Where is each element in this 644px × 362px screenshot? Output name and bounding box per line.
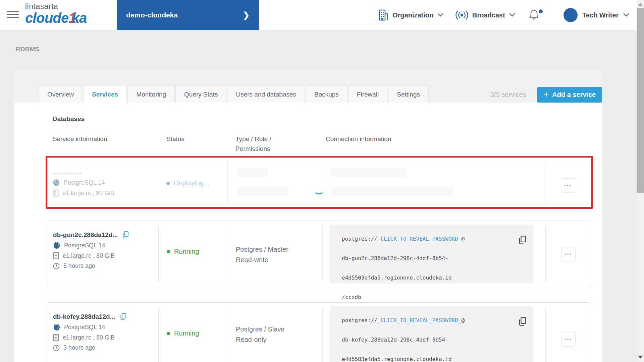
hamburger-menu-icon[interactable] xyxy=(7,11,19,19)
spec-label: e1.large.rc , 80 GiB xyxy=(62,190,114,197)
organization-label: Organization xyxy=(392,11,433,19)
broadcast-label: Broadcast xyxy=(472,11,505,19)
tab-monitoring[interactable]: Monitoring xyxy=(127,85,175,103)
row-actions-button[interactable]: ••• xyxy=(561,247,576,261)
chevron-right-icon: ❯ xyxy=(243,10,250,20)
server-spec-icon xyxy=(53,189,59,197)
service-info: db-kofey.288da12d... PostgreSQL 14 e1.l xyxy=(53,313,157,351)
connection-string: postgres://_CLICK_TO_REVEAL_PASSWORD_@ d… xyxy=(342,315,465,362)
tab-users-and-databases[interactable]: Users and databases xyxy=(227,85,305,103)
user-menu[interactable]: Tech Writer xyxy=(564,0,629,30)
project-name: demo-cloudeka xyxy=(126,11,178,19)
tab-query-stats[interactable]: Query Stats xyxy=(175,85,226,103)
tab-bar: Overview Services Monitoring Query Stats… xyxy=(39,85,429,104)
tab-firewall[interactable]: Firewall xyxy=(348,85,387,103)
skeleton-block xyxy=(331,187,453,196)
status-deploying: Deploying... xyxy=(166,179,209,187)
chevron-down-icon xyxy=(623,13,629,17)
organization-menu[interactable]: Organization xyxy=(378,0,443,30)
server-spec-icon xyxy=(53,252,59,259)
service-info: ---.---.---.--- PostgreSQL 14 e1.large.r… xyxy=(53,170,157,197)
status-running: Running xyxy=(167,329,199,337)
top-header: lintasarta cloude1ka demo-cloudeka ❯ Org… xyxy=(0,0,637,31)
project-selector[interactable]: demo-cloudeka ❯ xyxy=(117,0,259,30)
plus-icon: + xyxy=(544,89,549,100)
engine-label: PostgreSQL 14 xyxy=(64,242,105,249)
status-dot xyxy=(166,182,170,185)
column-header-service: Service information xyxy=(53,134,107,144)
user-name: Tech Writer xyxy=(582,11,619,19)
bell-icon xyxy=(529,9,539,20)
cloudeka-logo: lintasarta cloude1ka xyxy=(25,3,87,25)
scroll-down-arrow[interactable] xyxy=(638,356,643,359)
broadcast-icon xyxy=(455,10,468,20)
breadcrumb: RDBMS xyxy=(16,46,39,53)
row-actions-button[interactable]: ••• xyxy=(561,178,575,193)
status-running: Running xyxy=(167,248,199,255)
connection-info-box: postgres://_CLICK_TO_REVEAL_PASSWORD_@ d… xyxy=(330,306,533,362)
scroll-up-arrow[interactable] xyxy=(638,3,643,6)
server-spec-icon xyxy=(53,334,59,341)
services-count: 3/5 services xyxy=(490,91,526,99)
connection-info-box: postgres://_CLICK_TO_REVEAL_PASSWORD_@ d… xyxy=(330,225,533,284)
postgresql-icon xyxy=(53,242,60,249)
skeleton-block xyxy=(237,168,268,177)
skeleton-block xyxy=(331,168,406,177)
loading-spinner xyxy=(314,184,324,194)
tab-settings[interactable]: Settings xyxy=(388,85,429,103)
postgresql-icon xyxy=(53,323,60,331)
section-divider xyxy=(53,127,593,127)
type-role: Postgres / Slave Read-only xyxy=(236,324,320,345)
page-scrollbar[interactable] xyxy=(637,0,644,362)
reveal-password-link[interactable]: _CLICK_TO_REVEAL_PASSWORD_ xyxy=(377,317,461,323)
skeleton-block xyxy=(237,187,288,196)
building-icon xyxy=(378,9,388,21)
chevron-down-icon xyxy=(509,13,515,17)
copy-connection-icon[interactable] xyxy=(519,235,527,245)
rdbms-page: lintasarta cloude1ka demo-cloudeka ❯ Org… xyxy=(0,0,644,362)
row-actions-button[interactable]: ••• xyxy=(561,332,576,347)
status-dot xyxy=(167,332,170,335)
copy-name-icon[interactable] xyxy=(122,231,129,239)
tab-backups[interactable]: Backups xyxy=(306,85,347,103)
column-header-type-role: Type / Role / Permissions xyxy=(235,134,298,154)
status-dot xyxy=(167,250,170,253)
connection-string: postgres://_CLICK_TO_REVEAL_PASSWORD_@ d… xyxy=(342,234,465,302)
db-row-kofey: db-kofey.288da12d... PostgreSQL 14 e1.l xyxy=(46,302,591,362)
engine-label: PostgreSQL 14 xyxy=(64,179,105,186)
service-name: db-kofey.288da12d... xyxy=(53,313,115,320)
clock-icon xyxy=(53,263,60,269)
reveal-password-link[interactable]: _CLICK_TO_REVEAL_PASSWORD_ xyxy=(377,236,461,242)
services-panel: Databases Service information Status Typ… xyxy=(14,103,602,362)
service-info: db-gun2c.288da12d... PostgreSQL 14 e1.l xyxy=(53,231,157,269)
db-row-gun2c: db-gun2c.288da12d... PostgreSQL 14 e1.l xyxy=(46,221,591,287)
copy-name-icon[interactable] xyxy=(120,313,126,320)
section-title-databases: Databases xyxy=(53,115,85,123)
broadcast-menu[interactable]: Broadcast xyxy=(455,0,515,30)
clock-icon xyxy=(53,345,60,351)
notifications-bell[interactable] xyxy=(529,9,543,22)
tab-overview[interactable]: Overview xyxy=(39,85,83,103)
logo-lintasarta-text: lintasarta xyxy=(25,3,87,10)
column-header-connection: Connection information xyxy=(326,134,391,144)
engine-label: PostgreSQL 14 xyxy=(64,324,105,331)
service-name-placeholder: ---.---.---.--- xyxy=(53,170,157,176)
db-row-deploying: ---.---.---.--- PostgreSQL 14 e1.large.r… xyxy=(46,156,593,209)
postgresql-icon xyxy=(53,179,60,186)
spec-label: e1.large.rc , 80 GiB xyxy=(63,252,115,259)
avatar xyxy=(564,8,578,22)
age-label: 3 hours ago xyxy=(63,344,95,351)
spec-label: e1.large.rc , 80 GiB xyxy=(63,334,115,341)
chevron-down-icon xyxy=(437,13,443,17)
service-name: db-gun2c.288da12d... xyxy=(53,231,118,239)
copy-connection-icon[interactable] xyxy=(519,317,527,326)
notification-dot xyxy=(539,9,543,13)
add-service-button[interactable]: + Add a service xyxy=(537,87,602,103)
column-header-status: Status xyxy=(166,134,184,144)
age-label: 5 hours ago xyxy=(63,262,95,269)
scrollbar-thumb[interactable] xyxy=(637,8,644,193)
logo-cloudeka-text: cloude1ka xyxy=(25,11,87,25)
type-role: Postgres / Master Read-write xyxy=(236,244,320,265)
tab-services[interactable]: Services xyxy=(83,85,127,104)
